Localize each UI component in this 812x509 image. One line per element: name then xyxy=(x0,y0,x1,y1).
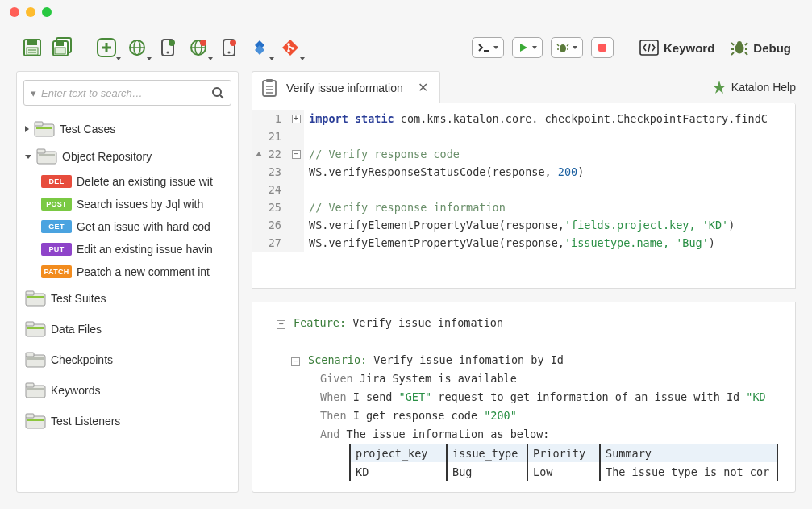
mobile-record-icon xyxy=(220,38,238,57)
folder-label: Test Listeners xyxy=(51,415,120,428)
tab-title: Verify issue information xyxy=(286,81,403,94)
tree-folder[interactable]: Test Listeners xyxy=(23,406,231,436)
svg-rect-57 xyxy=(27,296,44,298)
tree-folder[interactable]: Data Files xyxy=(23,314,231,344)
mobile-record-button[interactable] xyxy=(218,36,240,59)
repo-item[interactable]: GETGet an issue with hard cod xyxy=(23,215,231,238)
svg-rect-2 xyxy=(27,48,38,55)
method-badge: PATCH xyxy=(41,265,72,278)
plus-box-icon xyxy=(96,37,117,58)
keyword-label: Keyword xyxy=(664,41,714,55)
new-item-button[interactable] xyxy=(95,36,118,59)
editor-tab[interactable]: Verify issue information ✕ xyxy=(252,71,440,103)
tree-folder[interactable]: Test Suites xyxy=(23,283,231,314)
code-line[interactable]: // Verify response code xyxy=(309,145,795,163)
tree-folder[interactable]: Checkpoints xyxy=(23,344,231,375)
svg-rect-65 xyxy=(26,383,34,387)
svg-rect-8 xyxy=(55,48,65,54)
close-dot[interactable] xyxy=(10,7,19,17)
svg-rect-62 xyxy=(26,353,34,357)
help-label: Katalon Help xyxy=(731,81,796,94)
svg-point-23 xyxy=(228,52,231,54)
svg-rect-68 xyxy=(26,414,34,418)
svg-line-41 xyxy=(731,43,734,45)
run-button[interactable] xyxy=(512,37,543,58)
git-button[interactable] xyxy=(279,36,302,59)
svg-line-48 xyxy=(220,95,223,98)
bdd-table: project_keyissue_typePrioritySummaryKDBu… xyxy=(349,444,778,481)
svg-rect-69 xyxy=(27,419,44,421)
debug-run-button[interactable] xyxy=(551,37,583,58)
tree-folder[interactable]: Test Cases xyxy=(23,115,231,143)
keyword-view-button[interactable]: Keyword xyxy=(639,40,714,56)
code-line[interactable] xyxy=(309,181,795,198)
repo-item-label: Edit an existing issue havin xyxy=(77,243,213,256)
svg-point-47 xyxy=(213,88,221,96)
svg-line-45 xyxy=(731,52,734,55)
svg-rect-71 xyxy=(266,79,273,82)
help-link[interactable]: Katalon Help xyxy=(712,80,796,94)
expand-caret-icon[interactable] xyxy=(25,126,29,132)
svg-rect-53 xyxy=(37,149,45,153)
editor-area: Verify issue information ✕ Katalon Help … xyxy=(252,71,796,493)
tree-folder[interactable]: Keywords xyxy=(23,375,231,406)
web-record-button[interactable] xyxy=(187,36,210,59)
terminal-button[interactable] xyxy=(472,37,504,58)
svg-line-38 xyxy=(648,44,650,52)
expand-caret-icon[interactable] xyxy=(25,155,31,159)
svg-rect-60 xyxy=(27,327,44,329)
code-line[interactable]: WS.verifyResponseStatusCode(response, 20… xyxy=(309,163,795,181)
repo-item[interactable]: PATCHPeatch a new comment int xyxy=(23,261,231,283)
search-input[interactable] xyxy=(41,87,206,99)
save-all-button[interactable] xyxy=(52,36,74,59)
globe-icon xyxy=(127,38,147,57)
globe-record-icon xyxy=(189,38,208,57)
repo-item-label: Peatch a new comment int xyxy=(77,265,210,278)
repo-item-label: Delete an existing issue wit xyxy=(77,175,213,188)
mobile-spy-button[interactable] xyxy=(156,36,179,59)
method-badge: PUT xyxy=(41,243,72,256)
project-explorer: ▾ Test CasesObject Repository DELDelete … xyxy=(16,71,239,493)
svg-point-31 xyxy=(560,44,566,52)
folder-label: Data Files xyxy=(51,323,102,336)
svg-rect-70 xyxy=(263,81,276,96)
zoom-dot[interactable] xyxy=(42,7,52,17)
search-box[interactable]: ▾ xyxy=(23,80,231,106)
repo-item[interactable]: POSTSearch issues by Jql with xyxy=(23,193,231,215)
svg-rect-51 xyxy=(36,127,52,129)
terminal-icon xyxy=(477,42,490,53)
stop-button[interactable] xyxy=(591,37,614,58)
debug-view-button[interactable]: Debug xyxy=(731,40,791,56)
svg-rect-54 xyxy=(39,154,55,156)
repo-item[interactable]: PUTEdit an existing issue havin xyxy=(23,238,231,261)
checklist-icon xyxy=(260,78,278,98)
code-line[interactable]: // Verify response information xyxy=(309,198,795,216)
bdd-editor[interactable]: −Feature: Verify issue infomation−Scenar… xyxy=(252,302,796,493)
bug-large-icon xyxy=(731,40,748,56)
window-titlebar xyxy=(0,0,812,24)
svg-rect-50 xyxy=(35,122,43,126)
svg-rect-66 xyxy=(27,388,44,390)
svg-point-21 xyxy=(200,40,206,46)
save-button[interactable] xyxy=(21,36,44,59)
code-line[interactable]: import static com.kms.katalon.core. chec… xyxy=(309,110,795,127)
svg-point-24 xyxy=(230,40,236,46)
svg-rect-36 xyxy=(598,44,606,52)
floppy-icon xyxy=(23,38,42,57)
jira-button[interactable] xyxy=(248,36,271,59)
git-icon xyxy=(281,38,300,57)
repo-item[interactable]: DELDelete an existing issue wit xyxy=(23,170,231,193)
method-badge: GET xyxy=(41,220,72,233)
web-spy-button[interactable] xyxy=(126,36,148,59)
code-editor[interactable]: 121222324252627 +− import static com.kms… xyxy=(252,103,795,258)
close-tab-icon[interactable]: ✕ xyxy=(418,80,428,95)
svg-point-17 xyxy=(169,40,175,46)
code-line[interactable]: WS.verifyElementPropertyValue(response,'… xyxy=(309,216,795,234)
code-line[interactable]: WS.verifyElementPropertyValue(response,'… xyxy=(309,234,795,252)
svg-rect-7 xyxy=(56,42,64,46)
svg-line-42 xyxy=(745,43,747,45)
svg-rect-1 xyxy=(27,40,37,45)
code-line[interactable] xyxy=(309,127,795,145)
minimize-dot[interactable] xyxy=(26,7,35,17)
tree-folder[interactable]: Object Repository xyxy=(23,143,231,170)
